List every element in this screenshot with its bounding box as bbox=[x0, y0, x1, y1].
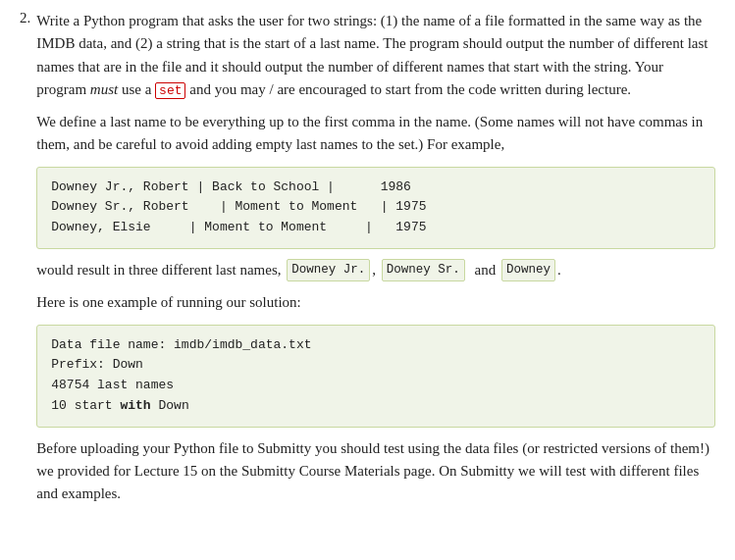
result-line: would result in three different last nam… bbox=[36, 259, 715, 281]
numbered-item-2: 2. Write a Python program that asks the … bbox=[20, 10, 715, 515]
code-block-1: Downey Jr., Robert | Back to School | 19… bbox=[36, 167, 715, 249]
code-line-4: 10 start with Down bbox=[51, 398, 188, 413]
inline-code-set: set bbox=[155, 82, 185, 99]
code-line-1: Data file name: imdb/imdb_data.txt bbox=[51, 337, 311, 352]
and-text: and bbox=[475, 259, 497, 281]
code-line-2: Prefix: Down bbox=[51, 357, 143, 372]
text-p1-2: use a bbox=[118, 81, 155, 97]
content: 2. Write a Python program that asks the … bbox=[20, 10, 715, 515]
item-body: Write a Python program that asks the use… bbox=[36, 10, 715, 515]
paragraph-1: Write a Python program that asks the use… bbox=[36, 10, 715, 101]
keyword-with: with bbox=[120, 398, 150, 413]
result-prefix: would result in three different last nam… bbox=[36, 259, 281, 281]
text-p1-3: and you may / are encouraged to start fr… bbox=[185, 81, 631, 97]
code-line-3: 48754 last names bbox=[51, 378, 174, 392]
item-number: 2. bbox=[20, 10, 30, 515]
name-downey-sr: Downey Sr. bbox=[382, 259, 465, 281]
comma-separator: , bbox=[372, 259, 376, 281]
name-downey: Downey bbox=[501, 259, 555, 281]
code-block-2: Data file name: imdb/imdb_data.txt Prefi… bbox=[36, 325, 715, 428]
text-must: must bbox=[90, 81, 118, 97]
name-downey-jr: Downey Jr. bbox=[287, 259, 370, 281]
paragraph-2: We define a last name to be everything u… bbox=[36, 111, 715, 157]
result-suffix: . bbox=[557, 259, 561, 281]
final-paragraph: Before uploading your Python file to Sub… bbox=[36, 437, 715, 506]
example-header: Here is one example of running our solut… bbox=[36, 291, 715, 314]
